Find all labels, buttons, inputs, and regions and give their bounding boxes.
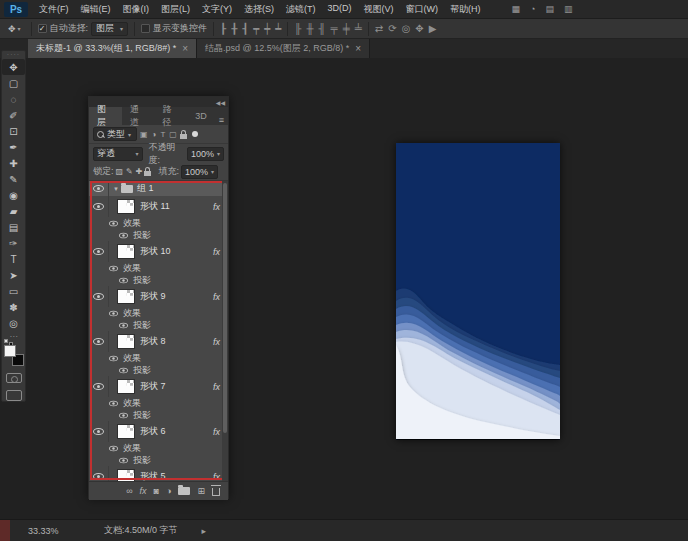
visibility-cell[interactable] [89, 421, 109, 442]
panel-grip[interactable]: ···· [7, 51, 20, 59]
scrollbar-thumb[interactable] [223, 183, 227, 433]
visibility-cell[interactable] [103, 217, 123, 229]
visibility-cell[interactable] [103, 262, 123, 274]
shape-tool[interactable]: ▭ [2, 283, 25, 299]
layer-thumbnail[interactable] [117, 424, 135, 439]
tab-paths[interactable]: 路径 [154, 107, 187, 125]
rectangular-marquee-tool[interactable]: ▢ [2, 75, 25, 91]
document-tab-crystal[interactable]: 结晶.psd @ 12.5%(图层 2, RGB/8) * × [197, 39, 370, 58]
auto-select-target-dropdown[interactable]: 图层 ▾ [91, 22, 128, 36]
layer-thumbnail[interactable] [117, 334, 135, 349]
distribute-left-edges-icon[interactable]: ╟ [294, 23, 301, 34]
opacity-field[interactable]: 100% ▾ [187, 147, 224, 161]
effects-row[interactable]: 效果 [89, 442, 228, 454]
bridge-icon[interactable]: ▦ [512, 4, 521, 14]
move-tool[interactable]: ✥ [2, 59, 25, 75]
fx-badge[interactable]: fx [213, 247, 220, 257]
add-layer-style-icon[interactable]: fx [140, 486, 147, 496]
layer-row[interactable]: 形状 11 fx [89, 196, 228, 217]
effects-row[interactable]: 效果 [89, 262, 228, 274]
new-group-icon[interactable] [178, 487, 190, 495]
crop-tool[interactable]: ⊡ [2, 123, 25, 139]
rotate-view-icon[interactable]: ⟳ [388, 23, 396, 34]
flip-axis-icon[interactable]: ⇄ [375, 23, 383, 34]
filter-pixel-layers-icon[interactable]: ▣ [140, 130, 148, 139]
arrange-documents-icon[interactable]: ▤ [545, 4, 554, 14]
menu-item[interactable]: 窗口(W) [401, 1, 444, 18]
drop-shadow-row[interactable]: 投影 [89, 364, 228, 376]
distribute-top-edges-icon[interactable]: ╤ [331, 23, 338, 34]
menu-item[interactable]: 编辑(E) [76, 1, 116, 18]
drop-shadow-row[interactable]: 投影 [89, 454, 228, 466]
clone-stamp-tool[interactable]: ◉ [2, 187, 25, 203]
layer-thumbnail[interactable] [117, 199, 135, 214]
tab-channels[interactable]: 通道 [122, 107, 155, 125]
fx-badge[interactable]: fx [213, 292, 220, 302]
visibility-cell[interactable] [89, 241, 109, 262]
zoom-tool[interactable]: ◎ [2, 315, 25, 331]
blend-mode-dropdown[interactable]: 穿透 ▾ [93, 147, 143, 161]
visibility-cell[interactable] [103, 307, 123, 319]
new-adjustment-layer-icon[interactable]: ◑ [166, 486, 171, 496]
visibility-cell[interactable] [89, 181, 109, 196]
align-right-edges-icon[interactable]: ┨ [242, 23, 248, 34]
eyedropper-tool[interactable]: ✒ [2, 139, 25, 155]
lock-image-pixels-icon[interactable]: ✎ [126, 167, 133, 176]
fill-field[interactable]: 100% ▾ [181, 165, 218, 179]
delete-layer-icon[interactable] [212, 488, 220, 496]
pan-3d-icon[interactable]: ✥ [415, 23, 423, 34]
canvas[interactable] [396, 143, 560, 440]
panel-menu-icon[interactable]: ≡ [215, 115, 228, 125]
fx-badge[interactable]: fx [213, 382, 220, 392]
distribute-right-edges-icon[interactable]: ╢ [318, 23, 325, 34]
filter-kind-dropdown[interactable]: 类型 ▾ [93, 127, 137, 141]
menu-item[interactable]: 滤镜(T) [281, 1, 321, 18]
menu-item[interactable]: 3D(D) [323, 1, 357, 18]
filter-toggle-icon[interactable] [192, 131, 198, 137]
collapse-panel-icon[interactable]: ◀◀ [216, 99, 225, 106]
play-icon[interactable]: ▶ [429, 23, 437, 34]
workspace-switcher-icon[interactable]: ▥ [564, 4, 573, 14]
tab-layers[interactable]: 图层 [89, 107, 122, 125]
align-bottom-edges-icon[interactable]: ┷ [275, 23, 281, 34]
hand-tool[interactable]: ✽ [2, 299, 25, 315]
status-options-chevron[interactable]: ▸ [202, 526, 207, 536]
layer-row[interactable]: 形状 9 fx [89, 286, 228, 307]
lasso-tool[interactable]: ◌ [2, 91, 25, 107]
fx-badge[interactable]: fx [213, 202, 220, 212]
menu-item[interactable]: 文件(F) [34, 1, 74, 18]
lock-position-icon[interactable]: ✚ [136, 167, 143, 176]
visibility-cell[interactable] [89, 466, 109, 481]
effects-row[interactable]: 效果 [89, 352, 228, 364]
orbit-3d-icon[interactable]: ◎ [402, 23, 411, 34]
tab-3d[interactable]: 3D [187, 107, 215, 125]
current-tool-indicator[interactable]: ✥ ▾ [0, 24, 25, 34]
close-icon[interactable]: × [182, 43, 188, 54]
drop-shadow-row[interactable]: 投影 [89, 319, 228, 331]
align-horizontal-centers-icon[interactable]: ╂ [231, 23, 237, 34]
effects-row[interactable]: 效果 [89, 397, 228, 409]
drop-shadow-row[interactable]: 投影 [89, 229, 228, 241]
visibility-cell[interactable] [113, 274, 133, 286]
visibility-cell[interactable] [103, 352, 123, 364]
layer-thumbnail[interactable] [117, 244, 135, 259]
layer-thumbnail[interactable] [117, 379, 135, 394]
path-selection-tool[interactable]: ➤ [2, 267, 25, 283]
visibility-cell[interactable] [113, 364, 133, 376]
visibility-cell[interactable] [89, 196, 109, 217]
layer-row[interactable]: 形状 7 fx [89, 376, 228, 397]
visibility-cell[interactable] [113, 454, 133, 466]
effects-row[interactable]: 效果 [89, 217, 228, 229]
gradient-tool[interactable]: ▤ [2, 219, 25, 235]
visibility-cell[interactable] [103, 397, 123, 409]
link-layers-icon[interactable]: ∞ [126, 486, 132, 496]
filter-type-layers-icon[interactable]: T [160, 130, 165, 139]
foreground-color-swatch[interactable] [4, 345, 16, 357]
visibility-cell[interactable] [89, 376, 109, 397]
visibility-cell[interactable] [103, 442, 123, 454]
layer-row[interactable]: 形状 6 fx [89, 421, 228, 442]
document-tab-untitled[interactable]: 未标题-1 @ 33.3%(组 1, RGB/8#) * × [28, 39, 197, 58]
layer-row[interactable]: 形状 10 fx [89, 241, 228, 262]
align-vertical-centers-icon[interactable]: ┿ [264, 23, 270, 34]
drop-shadow-row[interactable]: 投影 [89, 409, 228, 421]
